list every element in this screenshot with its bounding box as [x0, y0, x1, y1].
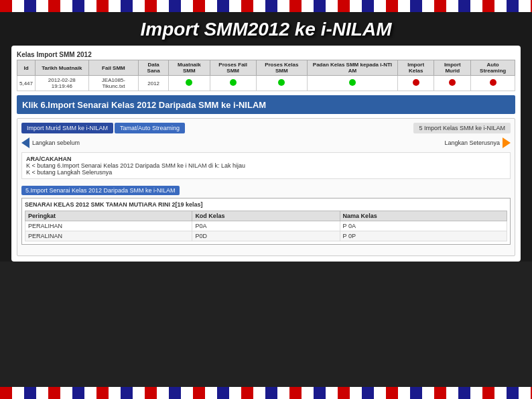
red-icon-auto[interactable]: [490, 79, 496, 86]
cell-muatnaik: [169, 76, 210, 91]
col-auto: Auto Streaming: [471, 60, 515, 76]
table-section: Kelas Import SMM 2012 Id Tarikh Muatnaik…: [17, 51, 515, 91]
cell-padan: [307, 76, 397, 91]
col-data: Data Sana: [139, 60, 169, 76]
green-icon-proses-kelas[interactable]: [278, 79, 285, 86]
senarai-row-2: PERALINAN P0D P 0P: [25, 231, 507, 241]
col-padan: Padan Kelas SMM kepada i-NTI AM: [307, 60, 397, 76]
red-icon-import-murid[interactable]: [449, 79, 456, 86]
senarai-peringkat-1: PERALIHAN: [25, 221, 192, 231]
cell-import-murid: [434, 76, 471, 91]
arrow-right-icon: [503, 137, 511, 148]
step-indicator-bar: 5.Import Senarai Kelas 2012 Daripada SMM…: [21, 186, 180, 195]
nav-next-label: Langkan Seterusnya: [444, 139, 500, 146]
bottom-space: [21, 245, 511, 251]
col-import-kelas: Import Kelas: [397, 60, 434, 76]
cell-tarikh: 2012-02-28 19:19:46: [36, 76, 89, 91]
cell-data: 2012: [139, 76, 169, 91]
banner-section: Klik 6.Import Senarai Kelas 2012 Daripad…: [17, 95, 515, 114]
page-title: Import SMM2012 ke i-NILAM: [141, 19, 392, 40]
senarai-col-kod: Kod Kelas: [192, 211, 340, 221]
senarai-col-peringkat: Peringkat: [25, 211, 192, 221]
col-proses-kelas: Proses Kelas SMM: [256, 60, 307, 76]
senarai-kod-1: P0A: [192, 221, 340, 231]
title-bar: Import SMM2012 ke i-NILAM: [0, 16, 532, 46]
senarai-kod-2: P0D: [192, 231, 340, 241]
col-tarikh: Tarikh Muatnaik: [36, 60, 89, 76]
instruction-step1: K < butang 6.Import Senarai Kelas 2012 D…: [26, 162, 506, 169]
col-fail: Fail SMM: [88, 60, 139, 76]
nav-row: Langkan sebelum Langkan Seterusnya: [21, 137, 511, 148]
green-icon-padan[interactable]: [349, 79, 356, 86]
main-content: Import SMM2012 ke i-NILAM Kelas Import S…: [0, 12, 532, 262]
tab-row: Import Murid SMM ke i-NILAM Tamat/Auto S…: [21, 123, 511, 133]
senarai-peringkat-2: PERALINAN: [25, 231, 192, 241]
stripe-top: [0, 0, 532, 12]
senarai-nama-1: P 0A: [340, 221, 507, 231]
import-panel: Import Murid SMM ke i-NILAM Tamat/Auto S…: [17, 118, 515, 256]
senarai-wrapper: SENARAI KELAS 2012 SMK TAMAN MUTIARA RIN…: [21, 198, 511, 245]
tab-step-indicator: 5 Import Kelas SMM ke i-NILAM: [413, 123, 511, 133]
banner-text: Klik 6.Import Senarai Kelas 2012 Daripad…: [22, 100, 266, 110]
red-icon-import-kelas[interactable]: [413, 79, 419, 86]
tab-tamat-auto[interactable]: Tamat/Auto Streaming: [115, 123, 185, 133]
col-id: Id: [17, 60, 36, 76]
nav-next-btn[interactable]: Langkan Seterusnya: [444, 137, 511, 148]
senarai-col-nama: Nama Kelas: [340, 211, 507, 221]
instruction-box: ARA/CAKAHAN K < butang 6.Import Senarai …: [21, 152, 511, 179]
white-card: Kelas Import SMM 2012 Id Tarikh Muatnaik…: [11, 46, 521, 262]
cell-id: 5,447: [17, 76, 36, 91]
arrow-left-icon: [21, 137, 29, 148]
nav-back-btn[interactable]: Langkan sebelum: [21, 137, 80, 148]
smm-table: Id Tarikh Muatnaik Fail SMM Data Sana Mu…: [17, 60, 515, 91]
col-proses-fail: Proses Fail SMM: [210, 60, 256, 76]
tab-import-murid[interactable]: Import Murid SMM ke i-NILAM: [21, 123, 113, 133]
cell-auto: [471, 76, 515, 91]
instruction-title: ARA/CAKAHAN: [26, 156, 506, 162]
col-import-murid: Import Murid: [434, 60, 471, 76]
table-label: Kelas Import SMM 2012: [17, 51, 515, 58]
cell-fail: JEA1085-Tikunc.txt: [88, 76, 139, 91]
senarai-title: SENARAI KELAS 2012 SMK TAMAN MUTIARA RIN…: [25, 201, 507, 208]
nav-back-label: Langkan sebelum: [32, 139, 80, 146]
senarai-table: Peringkat Kod Kelas Nama Kelas PERALIHAN…: [25, 211, 507, 241]
instruction-step2: K < butang Langkah Selerusnya: [26, 169, 506, 176]
stripe-bottom: [0, 387, 532, 399]
senarai-row-1: PERALIHAN P0A P 0A: [25, 221, 507, 231]
table-row: 5,447 2012-02-28 19:19:46 JEA1085-Tikunc…: [17, 76, 515, 91]
green-icon-proses-fail[interactable]: [230, 79, 237, 86]
senarai-nama-2: P 0P: [340, 231, 507, 241]
green-icon-muatnaik[interactable]: [186, 79, 192, 86]
cell-proses-fail: [210, 76, 256, 91]
col-muatnaik: Muatnaik SMM: [169, 60, 210, 76]
cell-proses-kelas: [256, 76, 307, 91]
cell-import-kelas: [397, 76, 434, 91]
